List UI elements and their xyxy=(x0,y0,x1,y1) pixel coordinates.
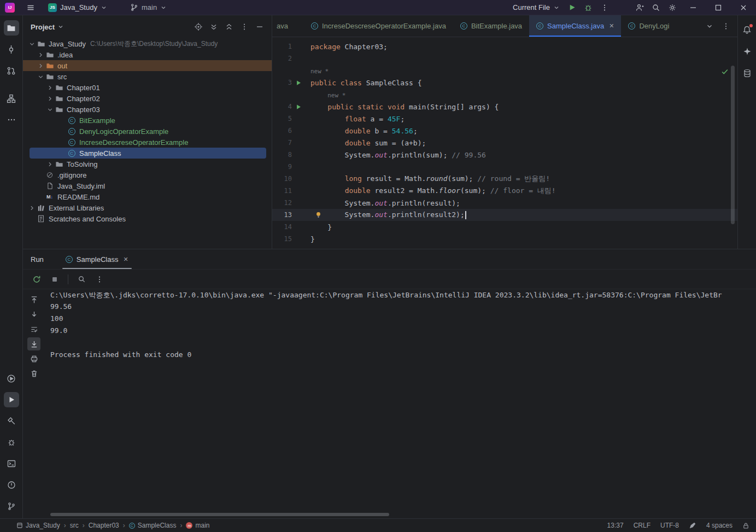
line-number[interactable]: 8 xyxy=(272,151,292,159)
tree-item-incresedescreseoperatorexample[interactable]: CIncreseDescreseOperatorExample xyxy=(23,137,272,148)
usages-inlay-hint[interactable]: new * xyxy=(310,68,329,75)
chevron-right-icon[interactable] xyxy=(36,51,45,59)
chevron-down-icon[interactable] xyxy=(45,106,54,113)
line-number[interactable]: 2 xyxy=(272,55,292,62)
editor-tab-bitexample-java[interactable]: CBitExample.java xyxy=(453,15,529,37)
code-line-5[interactable]: 5 float a = 45F; xyxy=(272,113,737,125)
indent-widget[interactable]: 4 spaces xyxy=(706,522,732,529)
run-gutter-icon[interactable] xyxy=(293,104,304,110)
soft-wrap-icon[interactable] xyxy=(27,323,40,336)
branch-selector[interactable]: main xyxy=(126,1,171,14)
console-options-icon[interactable] xyxy=(93,273,106,286)
run-tab-sampleclass[interactable]: C SampleClass ✕ xyxy=(60,249,134,269)
select-opened-file-icon[interactable] xyxy=(192,20,205,33)
breadcrumb-java-study[interactable]: Java_Study xyxy=(16,522,60,529)
tab-list-chevron-icon[interactable] xyxy=(701,20,718,33)
debug-button[interactable] xyxy=(580,1,596,14)
tree-item-tosolving[interactable]: ToSolving xyxy=(23,159,272,169)
more-tool-windows-icon[interactable] xyxy=(4,112,19,127)
code-line-8[interactable]: 8 System.out.println(sum); // 99.56 xyxy=(272,149,737,161)
line-number[interactable]: 15 xyxy=(272,235,292,243)
code-line-10[interactable]: 10 long result = Math.round(sum); // rou… xyxy=(272,173,737,185)
project-options-icon[interactable] xyxy=(238,20,251,33)
tree-item-idea[interactable]: .idea xyxy=(23,49,272,60)
pull-requests-tool-icon[interactable] xyxy=(4,63,19,78)
tree-item-chapter03[interactable]: Chapter03 xyxy=(23,104,272,115)
close-run-tab-icon[interactable]: ✕ xyxy=(123,256,128,263)
line-number[interactable]: 4 xyxy=(272,103,292,110)
project-panel-title[interactable]: Project xyxy=(31,23,55,31)
code-editor[interactable]: 1package Chapter03;2new *3public class S… xyxy=(272,37,737,248)
tree-item-bitexample[interactable]: CBitExample xyxy=(23,115,272,126)
clear-console-icon[interactable] xyxy=(27,367,40,380)
inlay-hint-row[interactable]: new * xyxy=(272,89,737,101)
line-number[interactable]: 10 xyxy=(272,175,292,183)
line-number[interactable]: 5 xyxy=(272,115,292,122)
chevron-right-icon[interactable] xyxy=(45,84,54,91)
editor-tab-ava[interactable]: ava xyxy=(272,15,304,37)
tree-item-out[interactable]: out xyxy=(23,60,272,71)
build-tool-icon[interactable] xyxy=(4,413,19,429)
run-gutter-icon[interactable] xyxy=(293,80,304,86)
line-number[interactable]: 9 xyxy=(272,163,292,171)
tree-item-java-study-iml[interactable]: Java_Study.iml xyxy=(23,180,272,191)
line-number[interactable]: 12 xyxy=(272,199,292,207)
chevron-right-icon[interactable] xyxy=(45,95,54,102)
tree-item-java-study[interactable]: Java_StudyC:\Users\박종호\Desktop\Study\Jav… xyxy=(23,38,272,49)
chevron-right-icon[interactable] xyxy=(27,204,36,212)
services-tool-icon[interactable] xyxy=(4,371,19,386)
intention-bulb-icon[interactable] xyxy=(315,211,322,219)
run-button[interactable] xyxy=(564,1,580,14)
collapse-all-icon[interactable] xyxy=(222,20,236,33)
line-number[interactable]: 14 xyxy=(272,223,292,231)
code-line-13[interactable]: 13 System.out.println(result2); xyxy=(272,209,737,221)
search-console-icon[interactable] xyxy=(75,273,88,286)
line-number[interactable]: 3 xyxy=(272,79,292,86)
cursor-position-widget[interactable]: 13:37 xyxy=(607,522,624,529)
tab-options-icon[interactable] xyxy=(718,20,734,33)
terminal-tool-icon[interactable] xyxy=(4,456,19,471)
version-control-tool-icon[interactable] xyxy=(4,499,19,514)
line-number[interactable]: 13 xyxy=(272,211,292,219)
tree-item-external-libraries[interactable]: External Libraries xyxy=(23,202,272,213)
scroll-down-icon[interactable] xyxy=(27,308,40,321)
tree-item-chapter02[interactable]: Chapter02 xyxy=(23,93,272,104)
code-line-4[interactable]: 4 public static void main(String[] args)… xyxy=(272,101,737,113)
hide-panel-icon[interactable] xyxy=(253,20,266,33)
code-line-1[interactable]: 1package Chapter03; xyxy=(272,40,737,52)
chevron-down-icon[interactable] xyxy=(36,73,45,80)
line-separator-widget[interactable]: CRLF xyxy=(634,522,650,529)
code-line-15[interactable]: 15} xyxy=(272,233,737,245)
tree-item-denylogicoperatorexample[interactable]: CDenyLogicOperatorExample xyxy=(23,126,272,137)
problems-tool-icon[interactable] xyxy=(4,477,19,493)
code-line-9[interactable]: 9 xyxy=(272,161,737,173)
notifications-bell-icon[interactable] xyxy=(741,23,754,36)
ai-assistant-status-icon[interactable] xyxy=(689,522,696,529)
commit-tool-icon[interactable] xyxy=(4,42,19,57)
code-line-2[interactable]: 2 xyxy=(272,52,737,65)
close-tab-icon[interactable]: ✕ xyxy=(609,22,614,30)
code-line-6[interactable]: 6 double b = 54.56; xyxy=(272,125,737,137)
breadcrumb-main[interactable]: mmain xyxy=(186,522,209,529)
debug-tool-icon[interactable] xyxy=(4,435,19,450)
project-tool-icon[interactable] xyxy=(4,20,19,36)
rerun-icon[interactable] xyxy=(30,273,43,286)
line-number[interactable]: 11 xyxy=(272,187,292,195)
run-tool-icon[interactable] xyxy=(4,392,19,407)
project-selector[interactable]: JS Java_Study xyxy=(44,1,111,14)
settings-icon[interactable] xyxy=(664,1,681,14)
editor-tab-sampleclass-java[interactable]: CSampleClass.java✕ xyxy=(529,15,621,37)
stop-icon[interactable] xyxy=(48,273,61,286)
tree-item-readme-md[interactable]: M↓README.md xyxy=(23,191,272,202)
code-line-12[interactable]: 12 System.out.println(result); xyxy=(272,197,737,209)
editor-tab-incresedescreseoperatorexample-java[interactable]: CIncreseDescreseOperatorExample.java xyxy=(304,15,453,37)
tree-item-chapter01[interactable]: Chapter01 xyxy=(23,82,272,93)
more-actions-icon[interactable] xyxy=(596,1,613,14)
encoding-widget[interactable]: UTF-8 xyxy=(660,522,679,529)
chevron-right-icon[interactable] xyxy=(36,62,45,69)
chevron-down-icon[interactable] xyxy=(57,24,64,30)
line-number[interactable]: 7 xyxy=(272,139,292,147)
maximize-button[interactable] xyxy=(706,0,731,15)
line-number[interactable]: 6 xyxy=(272,127,292,135)
intellij-idea-logo[interactable]: IJ xyxy=(5,3,15,13)
